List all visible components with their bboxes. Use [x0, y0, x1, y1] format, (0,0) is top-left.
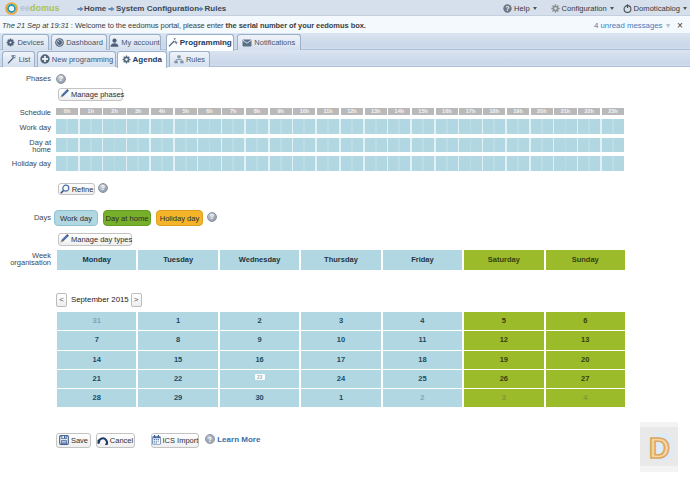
svg-text:?: ?	[208, 436, 212, 443]
svg-text:?: ?	[506, 5, 510, 12]
svg-text:D: D	[649, 432, 670, 464]
